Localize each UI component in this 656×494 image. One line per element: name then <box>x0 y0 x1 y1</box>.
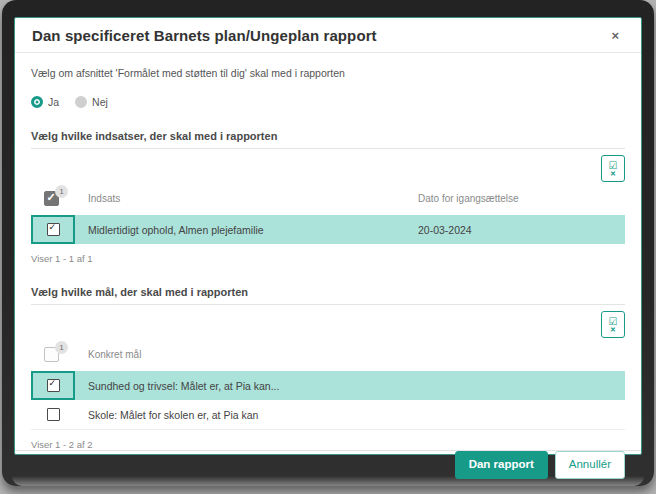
dialog-footer: Dan rapport Annullér <box>15 450 641 479</box>
table-row[interactable]: Sundhed og trivsel: Målet er, at Pia kan… <box>31 371 625 400</box>
indsatser-table: 1 Indsats Dato for igangsættelse Midlert… <box>31 185 625 244</box>
radio-label-ja: Ja <box>48 96 59 108</box>
maal-table: 1 Konkret mål Sundhed og trivsel: Målet … <box>31 341 625 430</box>
radio-icon-nej[interactable] <box>75 96 87 108</box>
radio-option-ja[interactable]: Ja <box>31 96 59 108</box>
row-checkbox[interactable] <box>47 408 60 421</box>
row-maal-name: Sundhed og trivsel: Målet er, at Pia kan… <box>75 371 405 400</box>
row-checkbox-cell <box>31 371 75 400</box>
indsatser-pager-text: Viser 1 - 1 af 1 <box>31 253 625 264</box>
row-checkbox[interactable] <box>47 223 60 236</box>
dan-rapport-button[interactable]: Dan rapport <box>455 451 548 479</box>
column-header-konkret-maal: Konkret mål <box>75 349 405 360</box>
include-section-question: Vælg om afsnittet 'Formålet med støtten … <box>31 67 625 79</box>
deselect-all-x-icon: ✕ <box>610 326 616 333</box>
row-indsats-name: Midlertidigt ophold, Almen plejefamilie <box>75 215 405 244</box>
row-checkbox[interactable] <box>47 379 60 392</box>
maal-select-deselect-all-button[interactable]: ☑ ✕ <box>601 311 625 338</box>
table-row[interactable]: Midlertidigt ophold, Almen plejefamilie … <box>31 215 625 244</box>
column-header-indsats: Indsats <box>75 193 405 204</box>
maal-table-header: 1 Konkret mål <box>31 341 625 367</box>
radio-label-nej: Nej <box>92 96 108 108</box>
radio-icon-ja[interactable] <box>31 96 43 108</box>
indsatser-table-header: 1 Indsats Dato for igangsættelse <box>31 185 625 211</box>
indsatser-header-checkbox-wrap: 1 <box>44 191 59 206</box>
row-indsats-date: 20-03-2024 <box>405 215 625 244</box>
indsatser-section-label: Vælg hvilke indsatser, der skal med i ra… <box>31 130 625 149</box>
dialog-body: Vælg om afsnittet 'Formålet med støtten … <box>15 53 641 450</box>
column-header-dato: Dato for igangsættelse <box>405 193 625 204</box>
table-row[interactable]: Skole: Målet for skolen er, at Pia kan <box>31 400 625 430</box>
close-icon[interactable]: × <box>607 27 623 44</box>
dialog-header: Dan specificeret Barnets plan/Ungeplan r… <box>15 18 641 53</box>
selected-count-badge: 1 <box>55 185 68 198</box>
selected-count-badge: 1 <box>55 341 68 354</box>
dialog-title: Dan specificeret Barnets plan/Ungeplan r… <box>32 27 377 44</box>
indsatser-select-deselect-all-button[interactable]: ☑ ✕ <box>601 155 625 182</box>
radio-group-include-section: Ja Nej <box>31 96 625 108</box>
maal-section-label: Vælg hvilke mål, der skal med i rapporte… <box>31 286 625 305</box>
report-dialog: Dan specificeret Barnets plan/Ungeplan r… <box>14 17 642 455</box>
radio-option-nej[interactable]: Nej <box>75 96 108 108</box>
row-maal-name: Skole: Målet for skolen er, at Pia kan <box>75 400 405 429</box>
indsatser-toolbar: ☑ ✕ <box>31 155 625 183</box>
maal-header-checkbox-wrap: 1 <box>44 347 59 362</box>
maal-pager-text: Viser 1 - 2 af 2 <box>31 439 625 450</box>
deselect-all-x-icon: ✕ <box>610 170 616 177</box>
row-checkbox-cell <box>31 400 75 429</box>
maal-toolbar: ☑ ✕ <box>31 311 625 339</box>
row-checkbox-cell <box>31 215 75 244</box>
annuller-button[interactable]: Annullér <box>555 451 625 479</box>
